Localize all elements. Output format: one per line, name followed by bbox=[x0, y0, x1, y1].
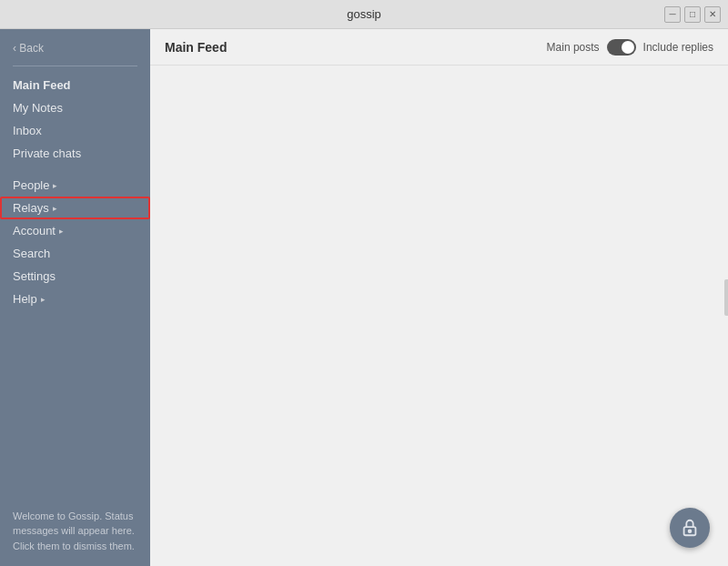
main-posts-label: Main posts bbox=[547, 41, 600, 54]
sidebar-item-account[interactable]: Account ▸ bbox=[0, 219, 150, 242]
chevron-right-icon: ▸ bbox=[59, 227, 64, 236]
include-replies-toggle[interactable] bbox=[607, 39, 636, 56]
chevron-right-icon: ▸ bbox=[53, 181, 57, 190]
app-body: ‹ Back Main Feed My Notes Inbox Private … bbox=[0, 29, 728, 566]
sidebar-item-label: Private chats bbox=[13, 147, 81, 160]
sidebar-item-label: Relays bbox=[13, 201, 49, 215]
sidebar-item-label: Settings bbox=[13, 269, 56, 283]
sidebar-item-label: Main Feed bbox=[13, 78, 71, 92]
back-button[interactable]: ‹ Back bbox=[0, 36, 150, 64]
sidebar: ‹ Back Main Feed My Notes Inbox Private … bbox=[0, 29, 150, 566]
sidebar-item-label: Account bbox=[13, 224, 56, 238]
sidebar-top: ‹ Back Main Feed My Notes Inbox Private … bbox=[0, 29, 150, 500]
sidebar-item-my-notes[interactable]: My Notes bbox=[0, 96, 150, 119]
sidebar-item-inbox[interactable]: Inbox bbox=[0, 119, 150, 142]
include-replies-label: Include replies bbox=[643, 41, 713, 54]
sidebar-item-settings[interactable]: Settings bbox=[0, 265, 150, 288]
sidebar-item-label: People bbox=[13, 178, 49, 192]
main-content: Main Feed Main posts Include replies bbox=[150, 29, 728, 566]
status-message[interactable]: Welcome to Gossip. Status messages will … bbox=[0, 500, 150, 567]
svg-point-1 bbox=[689, 530, 692, 532]
page-title: Main Feed bbox=[165, 40, 227, 55]
sidebar-item-label: Inbox bbox=[13, 124, 42, 137]
close-button[interactable]: ✕ bbox=[704, 6, 721, 23]
sidebar-item-help[interactable]: Help ▸ bbox=[0, 288, 150, 310]
feed-area bbox=[150, 66, 728, 566]
maximize-button[interactable]: □ bbox=[684, 6, 701, 23]
sidebar-item-label: Help bbox=[13, 292, 37, 306]
sidebar-item-search[interactable]: Search bbox=[0, 242, 150, 265]
sidebar-item-relays[interactable]: Relays ▸ bbox=[0, 197, 150, 219]
sidebar-spacer bbox=[0, 165, 150, 174]
minimize-button[interactable]: ─ bbox=[664, 6, 681, 23]
sidebar-divider bbox=[13, 66, 137, 66]
app-title: gossip bbox=[347, 7, 381, 21]
sidebar-item-label: My Notes bbox=[13, 101, 63, 115]
main-header: Main Feed Main posts Include replies bbox=[150, 29, 728, 66]
window-controls: ─ □ ✕ bbox=[664, 6, 721, 23]
sidebar-item-label: Search bbox=[13, 247, 50, 260]
chevron-right-icon: ▸ bbox=[53, 204, 57, 213]
scroll-indicator bbox=[724, 279, 728, 316]
chevron-right-icon: ▸ bbox=[41, 295, 46, 304]
sidebar-item-private-chats[interactable]: Private chats bbox=[0, 142, 150, 165]
header-controls: Main posts Include replies bbox=[547, 39, 713, 56]
titlebar: gossip ─ □ ✕ bbox=[0, 0, 728, 29]
sidebar-item-main-feed[interactable]: Main Feed bbox=[0, 74, 150, 96]
lock-button[interactable] bbox=[670, 508, 710, 548]
sidebar-item-people[interactable]: People ▸ bbox=[0, 174, 150, 197]
lock-icon bbox=[680, 518, 700, 538]
